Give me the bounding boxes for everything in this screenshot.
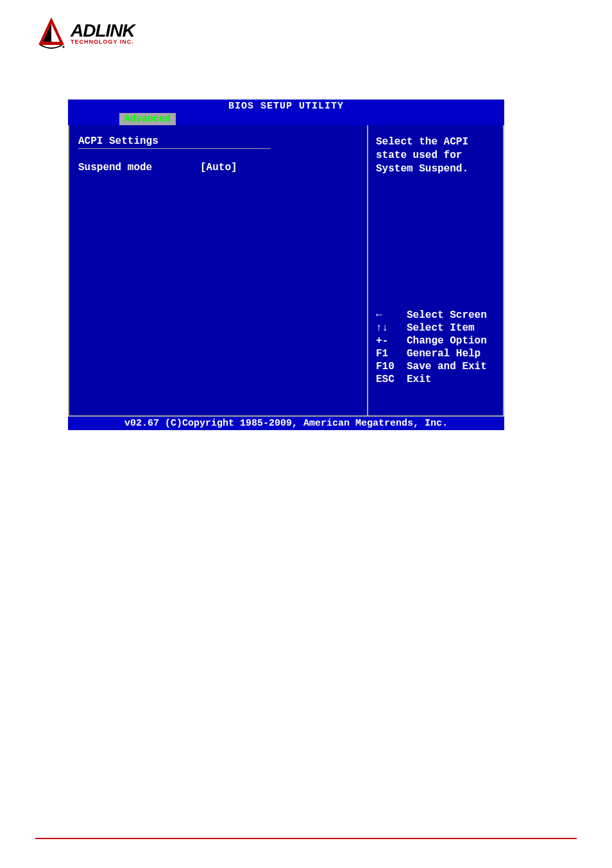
key-desc: Select Item: [407, 322, 475, 334]
key-symbol: F1: [376, 347, 407, 360]
bios-main-panel: ACPI Settings Suspend mode [Auto]: [69, 125, 368, 415]
key-desc: General Help: [407, 347, 480, 360]
key-hint: F10 Save and Exit: [376, 360, 495, 373]
logo-tagline: TECHNOLOGY INC.: [71, 39, 135, 45]
key-desc: Save and Exit: [407, 360, 487, 373]
key-hint: ↑↓ Select Item: [376, 322, 495, 334]
setting-label: Suspend mode: [78, 162, 200, 173]
bios-footer: v02.67 (C)Copyright 1985-2009, American …: [68, 417, 504, 430]
svg-point-3: [63, 46, 65, 48]
logo-icon: [35, 16, 67, 51]
key-desc: Select Screen: [407, 309, 487, 322]
key-desc: Change Option: [407, 334, 487, 347]
bios-body: ACPI Settings Suspend mode [Auto] Select…: [68, 125, 504, 417]
page-footer-line: [35, 838, 577, 839]
key-hint: +- Change Option: [376, 334, 495, 347]
setting-suspend-mode[interactable]: Suspend mode [Auto]: [78, 162, 358, 173]
logo-name: ADLINK: [71, 22, 135, 39]
key-hint: F1 General Help: [376, 347, 495, 360]
section-divider: [78, 148, 271, 149]
key-hint-list: ← Select Screen ↑↓ Select Item +- Change…: [376, 309, 495, 386]
brand-logo: ADLINK TECHNOLOGY INC.: [35, 16, 135, 51]
bios-setup-window: BIOS SETUP UTILITY Advanced ACPI Setting…: [68, 100, 504, 428]
key-symbol: F10: [376, 360, 407, 373]
key-desc: Exit: [407, 373, 431, 386]
tab-advanced[interactable]: Advanced: [119, 113, 176, 125]
key-symbol: +-: [376, 334, 407, 347]
key-hint: ESC Exit: [376, 373, 495, 386]
bios-title: BIOS SETUP UTILITY: [68, 100, 504, 113]
key-symbol: ↑↓: [376, 322, 407, 334]
logo-text: ADLINK TECHNOLOGY INC.: [71, 22, 135, 45]
setting-value: [Auto]: [200, 162, 237, 173]
bios-tab-bar: Advanced: [68, 113, 504, 125]
key-symbol: ESC: [376, 373, 407, 386]
help-text: Select the ACPI state used for System Su…: [376, 135, 495, 175]
key-symbol: ←: [376, 309, 407, 322]
section-title: ACPI Settings: [78, 135, 358, 147]
bios-help-panel: Select the ACPI state used for System Su…: [368, 125, 503, 415]
key-hint: ← Select Screen: [376, 309, 495, 322]
